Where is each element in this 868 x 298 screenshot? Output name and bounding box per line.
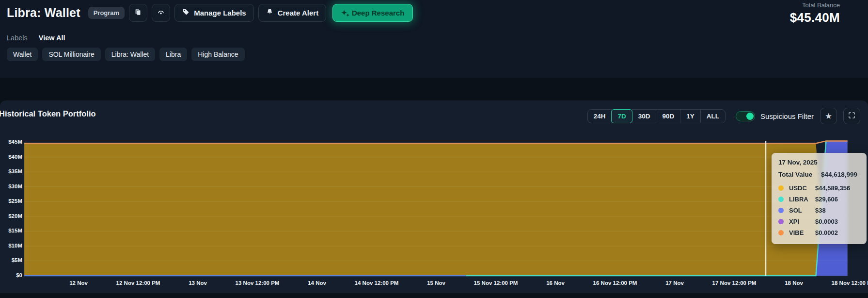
- watch-icon: [157, 8, 165, 17]
- label-tag[interactable]: Libra: [159, 48, 187, 61]
- y-tick-label: $20M: [0, 213, 22, 219]
- chart-panel: Historical Token Portfolio 24H7D30D90D1Y…: [0, 100, 868, 293]
- y-tick-label: $35M: [0, 168, 22, 174]
- tooltip-date: 17 Nov, 2025: [778, 159, 860, 166]
- labels-title: Labels: [7, 34, 28, 42]
- fullscreen-button[interactable]: [843, 108, 860, 124]
- y-tick-label: $5M: [0, 257, 22, 263]
- copy-address-button[interactable]: [129, 4, 147, 22]
- x-tick-label: 16 Nov 12:00 PM: [593, 280, 637, 286]
- manage-labels-button[interactable]: Manage Labels: [174, 4, 254, 22]
- token-symbol: USDC: [789, 184, 815, 192]
- deep-research-label: Deep Research: [352, 9, 404, 17]
- suspicious-filter-toggle[interactable]: Suspicious Filter: [736, 111, 814, 121]
- tooltip-token-rows: USDC$44,589,356LIBRA$29,606SOL$38XPI$0.0…: [778, 182, 860, 238]
- bell-icon: [266, 8, 273, 17]
- x-tick-label: 17 Nov 12:00 PM: [712, 280, 757, 286]
- y-tick-label: $45M: [0, 139, 22, 145]
- manage-labels-label: Manage Labels: [194, 9, 246, 17]
- sparkles-icon: ✦: [341, 9, 347, 16]
- fullscreen-icon: [848, 112, 855, 120]
- toggle-switch-icon[interactable]: [736, 111, 755, 121]
- range-button-90d[interactable]: 90D: [656, 109, 680, 123]
- chart-tooltip: 17 Nov, 2025 Total Value $44,618,999 USD…: [772, 153, 867, 244]
- token-symbol: XPI: [789, 218, 815, 225]
- label-tags: WalletSOL MillionaireLibra: WalletLibraH…: [7, 48, 245, 61]
- tooltip-total-value: $44,618,999: [821, 171, 857, 178]
- tooltip-token-row: SOL$38: [778, 205, 860, 216]
- total-balance-label: Total Balance: [790, 1, 840, 9]
- tooltip-total-row: Total Value $44,618,999: [778, 171, 860, 178]
- x-tick-label: 18 Nov 12:00 PM: [832, 280, 868, 286]
- token-dot-icon: [778, 185, 784, 191]
- tooltip-token-row: XPI$0.0003: [778, 216, 860, 227]
- y-tick-label: $15M: [0, 228, 22, 233]
- deep-research-button[interactable]: ✦ Deep Research: [332, 4, 413, 22]
- y-tick-label: $30M: [0, 183, 22, 189]
- x-tick-label: 18 Nov: [785, 280, 803, 286]
- x-tick-label: 13 Nov 12:00 PM: [236, 280, 280, 286]
- token-value: $29,606: [815, 196, 838, 203]
- label-tag[interactable]: Wallet: [7, 48, 38, 61]
- labels-row: Labels View All: [7, 34, 65, 42]
- wallet-page: Libra: Wallet Program Manage Labels: [0, 0, 868, 298]
- total-balance: Total Balance $45.40M: [790, 1, 840, 25]
- tooltip-token-row: VIBE$0.0002: [778, 227, 860, 238]
- range-button-all[interactable]: ALL: [700, 109, 726, 123]
- tooltip-token-row: LIBRA$29,606: [778, 194, 860, 205]
- x-tick-label: 12 Nov 12:00 PM: [116, 280, 160, 286]
- token-dot-icon: [778, 230, 784, 235]
- label-tag[interactable]: SOL Millionaire: [42, 48, 100, 61]
- y-tick-label: $0: [0, 272, 22, 278]
- y-tick-label: $25M: [0, 198, 22, 204]
- copy-icon: [134, 8, 142, 17]
- view-all-link[interactable]: View All: [39, 34, 65, 42]
- token-symbol: SOL: [789, 207, 815, 214]
- x-tick-label: 15 Nov 12:00 PM: [474, 280, 518, 286]
- tag-icon: [182, 8, 189, 17]
- tooltip-total-label: Total Value: [778, 171, 821, 178]
- header-row: Libra: Wallet Program Manage Labels: [7, 3, 413, 22]
- x-tick-label: 16 Nov: [546, 280, 565, 286]
- program-badge: Program: [88, 7, 125, 19]
- token-value: $0.0002: [815, 229, 838, 236]
- x-tick-label: 14 Nov: [308, 280, 326, 286]
- token-value: $44,589,356: [815, 184, 850, 192]
- total-balance-value: $45.40M: [790, 10, 840, 25]
- watch-button[interactable]: [152, 4, 170, 22]
- wallet-header-section: Libra: Wallet Program Manage Labels: [0, 0, 868, 78]
- y-tick-label: $40M: [0, 154, 22, 160]
- tooltip-token-row: USDC$44,589,356: [778, 182, 860, 194]
- page-title: Libra: Wallet: [7, 6, 80, 20]
- time-range-selector: 24H7D30D90D1YALL: [587, 109, 726, 123]
- favorite-button[interactable]: ★: [820, 108, 837, 124]
- suspicious-filter-label: Suspicious Filter: [760, 112, 814, 120]
- star-icon: ★: [825, 112, 832, 120]
- token-value: $0.0003: [815, 218, 838, 225]
- token-symbol: VIBE: [789, 229, 815, 236]
- y-tick-label: $10M: [0, 243, 22, 248]
- x-tick-label: 12 Nov: [69, 280, 88, 286]
- x-tick-label: 14 Nov 12:00 PM: [355, 280, 399, 286]
- token-dot-icon: [778, 219, 784, 224]
- create-alert-label: Create Alert: [278, 9, 318, 17]
- x-tick-label: 15 Nov: [427, 280, 445, 286]
- x-tick-label: 13 Nov: [189, 280, 207, 286]
- range-button-30d[interactable]: 30D: [632, 109, 657, 123]
- token-symbol: LIBRA: [789, 196, 815, 203]
- range-button-1y[interactable]: 1Y: [680, 109, 701, 123]
- label-tag[interactable]: Libra: Wallet: [105, 48, 155, 61]
- create-alert-button[interactable]: Create Alert: [258, 4, 326, 22]
- label-tag[interactable]: High Balance: [191, 48, 244, 61]
- x-tick-label: 17 Nov: [665, 280, 684, 286]
- token-value: $38: [815, 207, 826, 214]
- token-dot-icon: [778, 197, 784, 202]
- chart-title: Historical Token Portfolio: [0, 109, 96, 118]
- range-button-24h[interactable]: 24H: [587, 109, 612, 123]
- chart-controls: 24H7D30D90D1YALL Suspicious Filter ★: [587, 108, 860, 124]
- range-button-7d[interactable]: 7D: [611, 109, 632, 123]
- token-dot-icon: [778, 208, 784, 213]
